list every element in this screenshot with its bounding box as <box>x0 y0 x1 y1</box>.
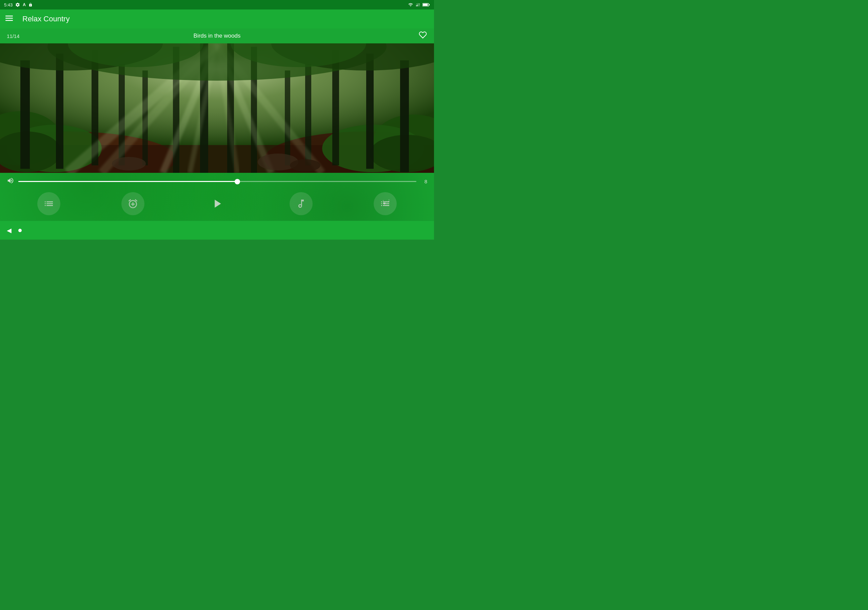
volume-icon <box>7 177 14 186</box>
a-icon: A <box>23 2 26 7</box>
seek-row: 8 <box>7 177 427 186</box>
app-title: Relax Country <box>22 15 70 23</box>
favorites-list-button[interactable] <box>374 192 397 215</box>
track-counter: 11/14 <box>7 33 20 39</box>
seek-number: 8 <box>420 179 427 184</box>
seek-thumb <box>235 179 240 184</box>
battery-icon <box>423 3 430 7</box>
play-icon <box>210 197 224 211</box>
player-controls: 8 <box>0 173 434 221</box>
svg-rect-22 <box>20 60 30 169</box>
svg-rect-9 <box>5 20 13 21</box>
nav-indicator <box>18 229 22 232</box>
status-right <box>408 2 430 7</box>
music-icon <box>296 198 307 209</box>
svg-rect-0 <box>416 5 417 6</box>
time-display: 5:43 <box>4 2 12 8</box>
track-bar: 11/14 Birds in the woods <box>0 28 434 43</box>
bottom-nav: ◀ <box>0 221 434 240</box>
alarm-icon <box>127 198 138 209</box>
lock-icon <box>28 2 33 7</box>
svg-rect-3 <box>419 3 420 6</box>
svg-rect-5 <box>429 4 430 5</box>
forest-scene <box>0 43 434 173</box>
seek-bar[interactable] <box>18 181 416 182</box>
seek-fill <box>18 181 237 182</box>
hamburger-icon <box>5 15 13 21</box>
app-bar: Relax Country <box>0 9 434 28</box>
wifi-icon <box>408 2 414 7</box>
svg-point-49 <box>290 159 321 172</box>
svg-point-50 <box>112 157 146 170</box>
playlist-icon <box>43 198 54 209</box>
alarm-button[interactable] <box>121 192 144 215</box>
svg-rect-23 <box>56 54 64 169</box>
settings-icon <box>15 2 20 7</box>
status-bar: 5:43 A <box>0 0 434 9</box>
svg-rect-1 <box>417 5 418 6</box>
svg-rect-27 <box>400 60 409 172</box>
music-button[interactable] <box>290 192 313 215</box>
play-button[interactable] <box>206 192 228 215</box>
menu-button[interactable] <box>5 15 13 22</box>
svg-rect-31 <box>285 71 290 166</box>
back-button[interactable]: ◀ <box>7 227 11 234</box>
svg-rect-8 <box>5 18 13 19</box>
forest-image <box>0 43 434 173</box>
back-arrow-icon: ◀ <box>7 227 11 234</box>
playback-controls <box>7 191 427 217</box>
status-left: 5:43 A <box>4 2 33 8</box>
svg-rect-28 <box>366 54 374 169</box>
favorite-button[interactable] <box>418 31 427 41</box>
svg-rect-2 <box>418 4 419 6</box>
svg-rect-7 <box>5 15 13 17</box>
track-title: Birds in the woods <box>194 33 241 39</box>
signal-icon <box>416 2 420 7</box>
heart-icon <box>418 31 427 39</box>
svg-rect-6 <box>423 4 428 6</box>
favorites-list-icon <box>380 198 391 209</box>
playlist-button[interactable] <box>37 192 60 215</box>
speaker-icon <box>7 177 14 184</box>
